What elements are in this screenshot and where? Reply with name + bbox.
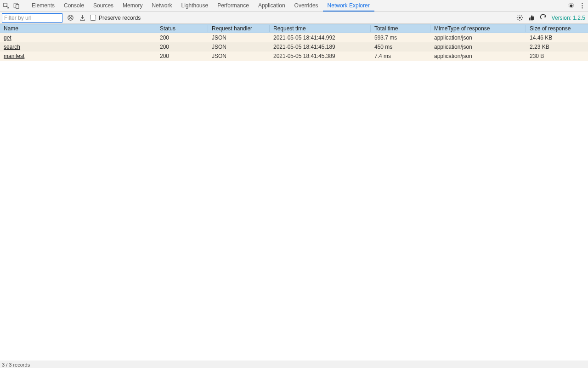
tab-overrides[interactable]: Overrides (290, 0, 323, 12)
column-header[interactable]: Status (156, 25, 208, 32)
table-cell: 450 ms (371, 44, 430, 50)
table-cell: JSON (208, 53, 270, 59)
table-cell: JSON (208, 34, 270, 41)
preserve-records-label: Preserve records (99, 15, 141, 21)
device-toggle-icon[interactable] (12, 2, 20, 10)
table-row[interactable]: search200JSON2021-05-05 18:41:45.189450 … (0, 42, 588, 52)
preserve-records-toggle[interactable]: Preserve records (90, 15, 141, 21)
column-header[interactable]: Total time (371, 25, 430, 32)
column-header[interactable]: MimeType of response (430, 25, 526, 32)
export-icon[interactable] (78, 14, 86, 22)
svg-point-4 (582, 7, 582, 8)
tab-console[interactable]: Console (59, 0, 89, 12)
table-cell: search (0, 44, 156, 50)
more-vertical-icon[interactable] (578, 2, 586, 10)
table-cell: 14.46 KB (526, 34, 588, 41)
request-name-link[interactable]: get (4, 34, 11, 41)
table-cell: application/json (430, 44, 526, 50)
svg-point-6 (519, 17, 521, 18)
table-row[interactable]: manifest200JSON2021-05-05 18:41:45.3897.… (0, 52, 588, 61)
grid-header-row: NameStatusRequest handlerRequest timeTot… (0, 24, 588, 33)
refresh-icon[interactable] (540, 14, 548, 22)
tabbar-divider-right (562, 2, 562, 10)
table-cell: application/json (430, 53, 526, 59)
records-count-label: 3 / 3 records (2, 362, 30, 368)
tab-network-explorer[interactable]: Network Explorer (323, 0, 374, 12)
filter-url-input[interactable] (2, 13, 62, 23)
version-label[interactable]: Version: 1.2.5 (552, 15, 586, 21)
svg-point-3 (582, 5, 582, 6)
table-cell: application/json (430, 34, 526, 41)
inspect-icon[interactable] (2, 2, 10, 10)
table-cell: 2.23 KB (526, 44, 588, 50)
preserve-records-checkbox[interactable] (90, 15, 96, 21)
request-name-link[interactable]: search (4, 44, 20, 50)
grid-body: get200JSON2021-05-05 18:41:44.992593.7 m… (0, 33, 588, 61)
table-cell: 200 (156, 34, 208, 41)
toolbar: Preserve records Version: 1.2.5 (0, 12, 588, 24)
table-cell: 593.7 ms (371, 34, 430, 41)
table-cell: 2021-05-05 18:41:45.189 (270, 44, 371, 50)
column-header[interactable]: Name (0, 25, 156, 32)
table-cell: 230 B (526, 53, 588, 59)
tab-memory[interactable]: Memory (118, 0, 147, 12)
svg-point-2 (582, 3, 582, 4)
thumbs-up-icon[interactable] (528, 14, 536, 22)
settings-gear-icon[interactable] (516, 14, 524, 22)
status-footer: 3 / 3 records (0, 361, 588, 368)
tabbar-right-icons (564, 2, 586, 10)
tab-sources[interactable]: Sources (89, 0, 118, 12)
network-grid: NameStatusRequest handlerRequest timeTot… (0, 24, 588, 61)
clear-icon[interactable] (66, 14, 74, 22)
gear-icon[interactable] (567, 2, 575, 10)
table-cell: 2021-05-05 18:41:44.992 (270, 34, 371, 41)
tab-performance[interactable]: Performance (213, 0, 254, 12)
tab-elements[interactable]: Elements (27, 0, 59, 12)
tabs-container: ElementsConsoleSourcesMemoryNetworkLight… (27, 0, 374, 12)
tab-lighthouse[interactable]: Lighthouse (176, 0, 213, 12)
table-cell: JSON (208, 44, 270, 50)
table-cell: get (0, 34, 156, 41)
tabbar-divider (25, 2, 25, 10)
tab-network[interactable]: Network (147, 0, 176, 12)
request-name-link[interactable]: manifest (4, 53, 24, 59)
table-cell: 200 (156, 53, 208, 59)
tab-application[interactable]: Application (254, 0, 290, 12)
column-header[interactable]: Size of response (526, 25, 588, 32)
table-cell: 2021-05-05 18:41:45.389 (270, 53, 371, 59)
column-header[interactable]: Request handler (208, 25, 270, 32)
table-cell: 200 (156, 44, 208, 50)
table-row[interactable]: get200JSON2021-05-05 18:41:44.992593.7 m… (0, 33, 588, 42)
table-cell: manifest (0, 53, 156, 59)
tabbar-left-icons (2, 2, 23, 10)
svg-rect-1 (16, 5, 19, 8)
table-cell: 7.4 ms (371, 53, 430, 59)
devtools-tabbar: ElementsConsoleSourcesMemoryNetworkLight… (0, 0, 588, 12)
column-header[interactable]: Request time (270, 25, 371, 32)
